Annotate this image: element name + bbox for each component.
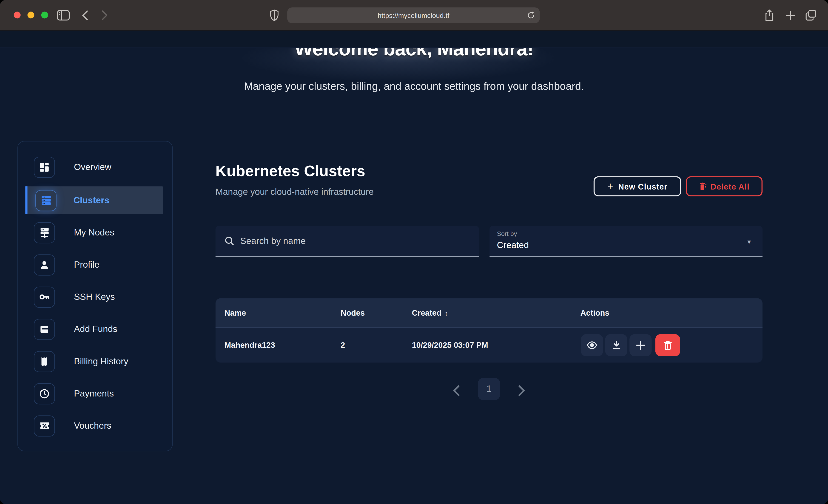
add-node-button[interactable] (629, 334, 652, 356)
next-page-icon[interactable] (518, 385, 525, 398)
sidebar-item-label: Add Funds (74, 324, 117, 334)
table-header: Name Nodes Created↕ Actions (215, 298, 763, 327)
page-title: Kubernetes Clusters (215, 163, 365, 180)
new-cluster-label: New Cluster (618, 182, 667, 191)
col-nodes: Nodes (341, 308, 365, 317)
minimize-window-button[interactable] (27, 12, 34, 18)
view-cluster-button[interactable] (581, 334, 603, 356)
node-icon (34, 222, 55, 243)
traffic-lights (14, 12, 48, 18)
pagination: 1 (0, 376, 828, 413)
welcome-subtitle: Manage your clusters, billing, and accou… (0, 80, 828, 92)
chevron-down-icon: ▼ (746, 239, 752, 245)
sidebar-item-billing-history[interactable]: Billing History (18, 347, 163, 375)
tab-overview-icon[interactable] (805, 9, 816, 21)
col-actions: Actions (580, 308, 609, 317)
search-input[interactable] (240, 236, 462, 246)
url-text: https://myceliumcloud.tf (378, 11, 449, 19)
sidebar-item-clusters[interactable]: Clusters (25, 186, 163, 214)
delete-cluster-button[interactable] (655, 334, 680, 356)
privacy-shield-icon[interactable] (270, 9, 279, 22)
eye-icon (587, 341, 597, 349)
sidebar-item-label: SSH Keys (74, 292, 115, 302)
sidebar-item-ssh-keys[interactable]: SSH Keys (18, 283, 163, 311)
trash-icon (663, 340, 672, 350)
key-icon (34, 287, 55, 307)
sort-by-value: Created (497, 240, 529, 251)
new-cluster-button[interactable]: + New Cluster (593, 176, 681, 196)
cell-created-date: 10/29/2025 03:07 PM (412, 340, 488, 349)
close-window-button[interactable] (14, 12, 21, 18)
browser-toolbar: https://myceliumcloud.tf (0, 0, 828, 31)
prev-page-icon[interactable] (453, 385, 460, 398)
sidebar-item-add-funds[interactable]: Add Funds (18, 315, 163, 343)
share-icon[interactable] (764, 9, 774, 22)
cell-node-count: 2 (341, 340, 345, 349)
col-name: Name (224, 308, 246, 317)
table-row: Mahendra123 2 10/29/2025 03:07 PM (215, 327, 763, 363)
download-kubeconfig-button[interactable] (605, 334, 627, 356)
servers-icon (35, 190, 56, 211)
dashboard-icon (34, 157, 55, 177)
delete-all-label: Delete All (711, 182, 750, 191)
wallet-icon (34, 319, 55, 340)
sidebar-item-label: Profile (74, 259, 99, 270)
sidebar-item-label: My Nodes (74, 227, 115, 238)
sort-by-label: Sort by (497, 230, 517, 238)
browser-window: https://myceliumcloud.tf (0, 0, 828, 504)
download-icon (612, 340, 621, 350)
zoom-window-button[interactable] (41, 12, 48, 18)
clusters-table: Name Nodes Created↕ Actions Mahendra123 … (215, 298, 763, 363)
sidebar-item-label: Billing History (74, 356, 128, 367)
sort-arrows-icon: ↕ (445, 309, 448, 317)
sidebar-item-my-nodes[interactable]: My Nodes (18, 218, 163, 247)
sidebar-item-label: Overview (74, 162, 112, 172)
sidebar-item-profile[interactable]: Profile (18, 251, 163, 279)
sidebar-item-overview[interactable]: Overview (18, 153, 163, 181)
person-icon (34, 254, 55, 275)
top-navbar-band (0, 31, 828, 48)
search-icon (224, 236, 235, 246)
voucher-icon (34, 415, 55, 436)
trash-icon (699, 182, 706, 191)
reload-icon[interactable] (527, 11, 535, 22)
back-icon[interactable] (81, 10, 88, 21)
page-content: Welcome back, Mahendra! Manage your clus… (0, 31, 828, 504)
plus-icon (636, 340, 645, 350)
plus-icon: + (607, 180, 614, 192)
address-bar[interactable]: https://myceliumcloud.tf (287, 7, 540, 23)
forward-icon[interactable] (101, 10, 108, 21)
delete-all-button[interactable]: Delete All (686, 176, 762, 196)
sidebar-toggle-icon[interactable] (57, 10, 70, 21)
sort-by-select[interactable]: Sort by Created ▼ (490, 226, 762, 257)
col-created[interactable]: Created↕ (412, 308, 448, 317)
sidebar-item-label: Clusters (73, 195, 109, 206)
cell-cluster-name: Mahendra123 (224, 340, 275, 349)
page-number-button[interactable]: 1 (478, 378, 500, 400)
new-tab-icon[interactable] (786, 10, 795, 20)
page-subtitle: Manage your cloud-native infrastructure (215, 187, 374, 197)
receipt-icon (34, 351, 55, 372)
search-box (215, 226, 479, 257)
sidebar-item-vouchers[interactable]: Vouchers (18, 412, 163, 440)
sidebar-item-label: Vouchers (74, 420, 112, 431)
